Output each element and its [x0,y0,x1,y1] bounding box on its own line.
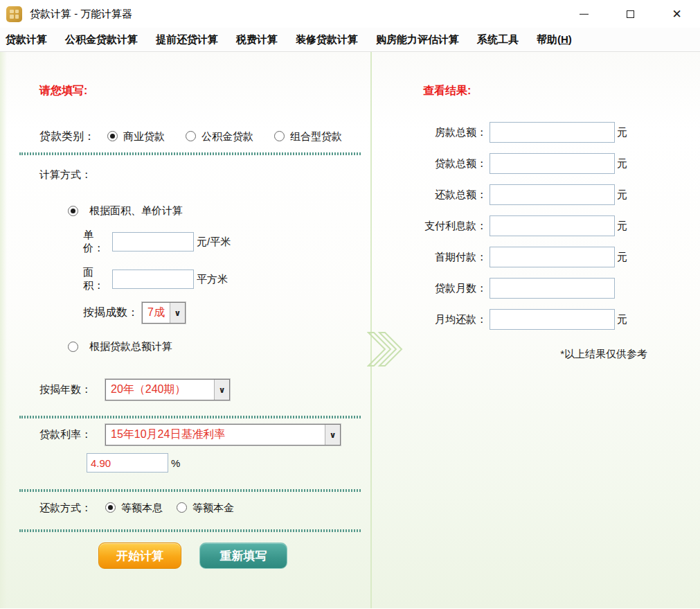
result-output-field[interactable] [490,278,615,299]
mortgage-years-row: 按揭年数： 20年（240期） ∨ [39,379,361,400]
result-row-loan-months: 贷款月数： [400,278,700,299]
action-buttons: 开始计算 重新填写 [98,542,361,569]
repay-option-equal-principal[interactable]: 等额本金 [177,502,234,515]
mortgage-ratio-select[interactable]: 7成 ∨ [142,302,186,324]
close-button[interactable]: ✕ [654,0,700,28]
results-disclaimer: *以上结果仅供参考 [400,348,647,361]
calc-method-label: 计算方式： [39,168,361,182]
menu-loan-calc[interactable]: 贷款计算 [0,33,56,46]
result-output-field[interactable] [490,153,615,174]
menu-affordability-calc[interactable]: 购房能力评估计算 [367,33,468,46]
unit-label: 元 [617,188,627,202]
menu-help[interactable]: 帮助(H) [528,33,581,46]
unit-label: 元 [617,251,627,264]
form-heading: 请您填写: [39,84,361,98]
result-label: 房款总额： [400,126,487,139]
result-label: 还款总额： [400,188,487,202]
loan-type-option-commercial[interactable]: 商业贷款 [107,130,165,142]
mortgage-years-label: 按揭年数： [39,383,105,396]
rate-percent-input[interactable] [87,453,168,473]
area-input[interactable] [112,270,194,289]
mortgage-years-select[interactable]: 20年（240期） ∨ [105,379,230,400]
result-label: 支付利息款： [400,220,487,233]
loan-rate-value: 15年10月24日基准利率 [106,425,325,445]
unit-label: 元 [617,157,627,170]
percent-sign: % [171,457,180,469]
result-output-field[interactable] [490,122,615,143]
repay-method-row: 还款方式： 等额本息 等额本金 [39,502,361,515]
loan-rate-label: 贷款利率： [39,428,105,441]
dotted-separator [19,529,361,532]
form-panel: 请您填写: 贷款类别：商业贷款公积金贷款组合型贷款 计算方式： 根据面积、单价计… [0,52,372,608]
menu-fund-loan-calc[interactable]: 公积金贷款计算 [56,33,147,46]
unit-price-label: 单价： [83,229,112,255]
unit-price-input[interactable] [112,232,194,251]
chevron-down-icon: ∨ [325,425,340,445]
chevron-down-icon: ∨ [214,380,229,400]
loan-type-option-combined[interactable]: 组合型贷款 [274,130,342,142]
results-heading: 查看结果: [423,84,700,98]
loan-type-row: 贷款类别：商业贷款公积金贷款组合型贷款 [39,121,352,152]
minimize-button[interactable] [561,0,607,28]
result-output-field[interactable] [490,215,615,236]
unit-price-suffix: 元/平米 [197,236,231,249]
window-controls: ✕ [561,0,700,28]
mortgage-years-value: 20年（240期） [106,380,214,400]
area-row: 面积： 平方米 [83,266,361,292]
menu-system-tools[interactable]: 系统工具 [468,33,528,46]
result-row-total-loan: 贷款总额： 元 [400,153,700,174]
titlebar: 贷款计算 - 万能计算器 ✕ [0,0,700,28]
menu-bar: 贷款计算 公积金贷款计算 提前还贷计算 税费计算 装修贷款计算 购房能力评估计算… [0,28,700,52]
result-rows: 房款总额： 元 贷款总额： 元 还款总额： 元 支付利息款： 元 首期付款： [400,122,700,330]
window-title: 贷款计算 - 万能计算器 [30,8,132,21]
result-row-total-house-price: 房款总额： 元 [400,122,700,143]
unit-label: 元 [617,313,627,326]
main-content: 请您填写: 贷款类别：商业贷款公积金贷款组合型贷款 计算方式： 根据面积、单价计… [0,52,700,608]
radio-icon [105,502,116,513]
close-icon: ✕ [672,8,681,20]
maximize-icon [627,10,634,18]
radio-icon [186,131,196,141]
dotted-separator [19,152,361,155]
result-row-interest-paid: 支付利息款： 元 [400,215,700,236]
dotted-separator [19,489,361,492]
radio-icon [107,131,118,141]
unit-label: 元 [617,126,627,139]
loan-type-option-fund[interactable]: 公积金贷款 [186,130,253,142]
result-row-total-repayment: 还款总额： 元 [400,184,700,205]
rate-percent-row: % [87,453,361,473]
result-output-field[interactable] [490,184,615,205]
loan-rate-row: 贷款利率： 15年10月24日基准利率 ∨ [39,424,361,445]
result-row-down-payment: 首期付款： 元 [400,247,700,267]
mortgage-ratio-label: 按揭成数： [83,306,142,320]
maximize-button[interactable] [607,0,654,28]
dotted-separator [19,416,361,418]
result-label: 贷款总额： [400,157,487,170]
loan-rate-select[interactable]: 15年10月24日基准利率 ∨ [105,424,341,445]
unit-label: 元 [617,220,627,233]
app-icon [6,6,22,22]
chevron-down-icon: ∨ [170,303,185,323]
radio-icon [68,206,78,216]
repay-method-label: 还款方式： [39,502,91,515]
result-label: 首期付款： [400,251,487,264]
radio-icon [177,502,187,513]
calculate-button[interactable]: 开始计算 [98,542,181,569]
menu-tax-calc[interactable]: 税费计算 [227,33,287,46]
calc-by-area-option[interactable]: 根据面积、单价计算 [68,204,361,218]
result-label: 贷款月数： [400,282,487,295]
repay-option-equal-installment[interactable]: 等额本息 [105,502,163,515]
calc-by-total-option[interactable]: 根据贷款总额计算 [68,340,361,353]
loan-type-label: 贷款类别： [39,130,95,142]
result-label: 月均还款： [400,313,487,326]
result-output-field[interactable] [490,247,615,267]
result-output-field[interactable] [490,309,615,330]
menu-renovation-loan-calc[interactable]: 装修贷款计算 [287,33,367,46]
radio-icon [68,342,78,352]
mortgage-ratio-row: 按揭成数： 7成 ∨ [83,302,361,324]
area-suffix: 平方米 [197,273,228,286]
menu-early-repay-calc[interactable]: 提前还贷计算 [147,33,227,46]
reset-button[interactable]: 重新填写 [199,542,287,569]
area-label: 面积： [83,266,112,292]
results-panel: 查看结果: 房款总额： 元 贷款总额： 元 还款总额： 元 支付利息款： 元 [372,52,700,608]
